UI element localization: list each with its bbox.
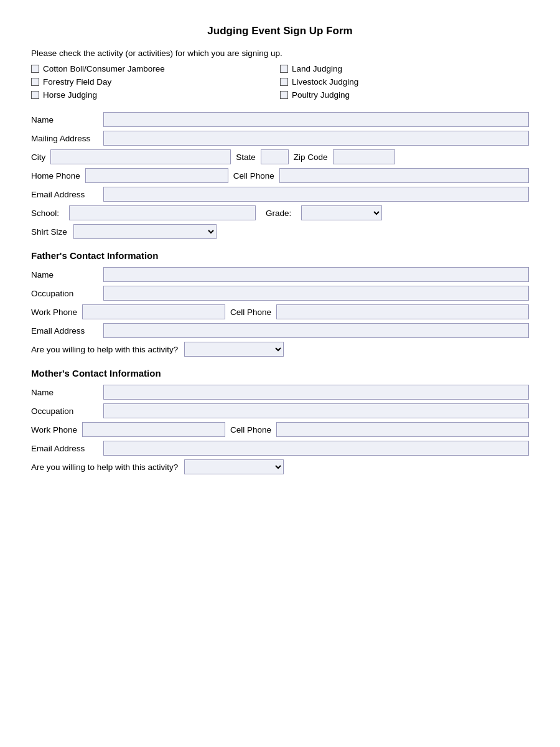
mother-phone-row: Work Phone Cell Phone bbox=[31, 422, 529, 437]
father-section: Name Occupation Work Phone Cell Phone Em… bbox=[31, 267, 529, 357]
mother-work-phone-input[interactable] bbox=[82, 422, 225, 437]
student-grade-select[interactable]: 6th 7th 8th 9th 10th 11th 12th bbox=[301, 205, 382, 220]
mother-email-row: Email Address bbox=[31, 441, 529, 456]
father-name-row: Name bbox=[31, 267, 529, 282]
page-title: Judging Event Sign Up Form bbox=[31, 25, 529, 37]
activities-col2: Land Judging Livestock Judging Poultry J… bbox=[280, 64, 529, 100]
student-mailing-label: Mailing Address bbox=[31, 134, 100, 143]
checkbox-cotton[interactable] bbox=[31, 65, 39, 73]
father-occupation-row: Occupation bbox=[31, 286, 529, 301]
student-city-row: City State Zip Code bbox=[31, 149, 529, 164]
student-cell-phone-input[interactable] bbox=[279, 168, 529, 183]
mother-occupation-input[interactable] bbox=[103, 403, 529, 418]
mother-willing-select[interactable]: Yes No bbox=[184, 459, 284, 474]
activities-section: Cotton Boll/Consumer Jamboree Forestry F… bbox=[31, 64, 529, 100]
father-phone-row: Work Phone Cell Phone bbox=[31, 304, 529, 319]
activity-forestry[interactable]: Forestry Field Day bbox=[31, 77, 280, 87]
father-work-phone-label: Work Phone bbox=[31, 308, 77, 317]
mother-occupation-label: Occupation bbox=[31, 406, 100, 416]
student-home-phone-input[interactable] bbox=[85, 168, 228, 183]
checkbox-forestry[interactable] bbox=[31, 78, 39, 86]
mother-name-label: Name bbox=[31, 388, 100, 397]
student-city-label: City bbox=[31, 153, 45, 162]
student-school-label: School: bbox=[31, 209, 59, 218]
father-email-label: Email Address bbox=[31, 326, 100, 336]
student-email-row: Email Address bbox=[31, 187, 529, 202]
activity-horse[interactable]: Horse Judging bbox=[31, 90, 280, 100]
mother-cell-phone-input[interactable] bbox=[276, 422, 529, 437]
activities-col1: Cotton Boll/Consumer Jamboree Forestry F… bbox=[31, 64, 280, 100]
activity-livestock[interactable]: Livestock Judging bbox=[280, 77, 529, 87]
mother-occupation-row: Occupation bbox=[31, 403, 529, 418]
checkbox-horse[interactable] bbox=[31, 91, 39, 99]
student-cell-phone-label: Cell Phone bbox=[233, 171, 274, 181]
student-name-label: Name bbox=[31, 115, 100, 125]
checkbox-livestock[interactable] bbox=[280, 78, 288, 86]
checkbox-poultry[interactable] bbox=[280, 91, 288, 99]
activity-livestock-label: Livestock Judging bbox=[292, 77, 358, 87]
student-state-label: State bbox=[236, 153, 256, 162]
activity-cotton[interactable]: Cotton Boll/Consumer Jamboree bbox=[31, 64, 280, 73]
mother-name-input[interactable] bbox=[103, 385, 529, 400]
mother-section-title: Mother's Contact Information bbox=[31, 368, 529, 378]
student-school-input[interactable] bbox=[69, 205, 256, 220]
student-mailing-row: Mailing Address bbox=[31, 131, 529, 146]
father-willing-row: Are you willing to help with this activi… bbox=[31, 342, 529, 357]
student-email-input[interactable] bbox=[103, 187, 529, 202]
student-name-input[interactable] bbox=[103, 112, 529, 127]
mother-willing-row: Are you willing to help with this activi… bbox=[31, 459, 529, 474]
student-section: Name Mailing Address City State Zip Code… bbox=[31, 112, 529, 239]
activity-poultry-label: Poultry Judging bbox=[292, 90, 350, 100]
activity-forestry-label: Forestry Field Day bbox=[43, 77, 111, 87]
student-state-input[interactable] bbox=[261, 149, 289, 164]
student-grade-label: Grade: bbox=[266, 209, 291, 218]
student-phone-row: Home Phone Cell Phone bbox=[31, 168, 529, 183]
student-shirt-label: Shirt Size bbox=[31, 227, 67, 237]
mother-work-phone-label: Work Phone bbox=[31, 425, 77, 435]
student-zip-label: Zip Code bbox=[294, 153, 328, 162]
mother-name-row: Name bbox=[31, 385, 529, 400]
father-name-label: Name bbox=[31, 270, 100, 280]
father-occupation-input[interactable] bbox=[103, 286, 529, 301]
activity-poultry[interactable]: Poultry Judging bbox=[280, 90, 529, 100]
father-email-input[interactable] bbox=[103, 323, 529, 338]
student-email-label: Email Address bbox=[31, 190, 100, 199]
father-work-phone-input[interactable] bbox=[82, 304, 225, 319]
activity-land-label: Land Judging bbox=[292, 64, 342, 73]
intro-text: Please check the activity (or activities… bbox=[31, 49, 529, 58]
father-email-row: Email Address bbox=[31, 323, 529, 338]
student-mailing-input[interactable] bbox=[103, 131, 529, 146]
mother-cell-phone-label: Cell Phone bbox=[230, 425, 271, 435]
mother-email-label: Email Address bbox=[31, 444, 100, 453]
student-shirt-select[interactable]: Small Medium Large X-Large bbox=[73, 224, 217, 239]
student-school-row: School: Grade: 6th 7th 8th 9th 10th 11th… bbox=[31, 205, 529, 220]
student-shirt-row: Shirt Size Small Medium Large X-Large bbox=[31, 224, 529, 239]
activity-horse-label: Horse Judging bbox=[43, 90, 97, 100]
father-cell-phone-input[interactable] bbox=[276, 304, 529, 319]
activity-land[interactable]: Land Judging bbox=[280, 64, 529, 73]
checkbox-land[interactable] bbox=[280, 65, 288, 73]
student-home-phone-label: Home Phone bbox=[31, 171, 80, 181]
student-city-input[interactable] bbox=[50, 149, 231, 164]
father-occupation-label: Occupation bbox=[31, 289, 100, 298]
father-willing-label: Are you willing to help with this activi… bbox=[31, 345, 178, 354]
student-name-row: Name bbox=[31, 112, 529, 127]
activity-cotton-label: Cotton Boll/Consumer Jamboree bbox=[43, 64, 165, 73]
father-willing-select[interactable]: Yes No bbox=[184, 342, 284, 357]
father-name-input[interactable] bbox=[103, 267, 529, 282]
student-zip-input[interactable] bbox=[333, 149, 395, 164]
mother-email-input[interactable] bbox=[103, 441, 529, 456]
mother-section: Name Occupation Work Phone Cell Phone Em… bbox=[31, 385, 529, 474]
father-cell-phone-label: Cell Phone bbox=[230, 308, 271, 317]
father-section-title: Father's Contact Information bbox=[31, 250, 529, 261]
mother-willing-label: Are you willing to help with this activi… bbox=[31, 463, 178, 472]
